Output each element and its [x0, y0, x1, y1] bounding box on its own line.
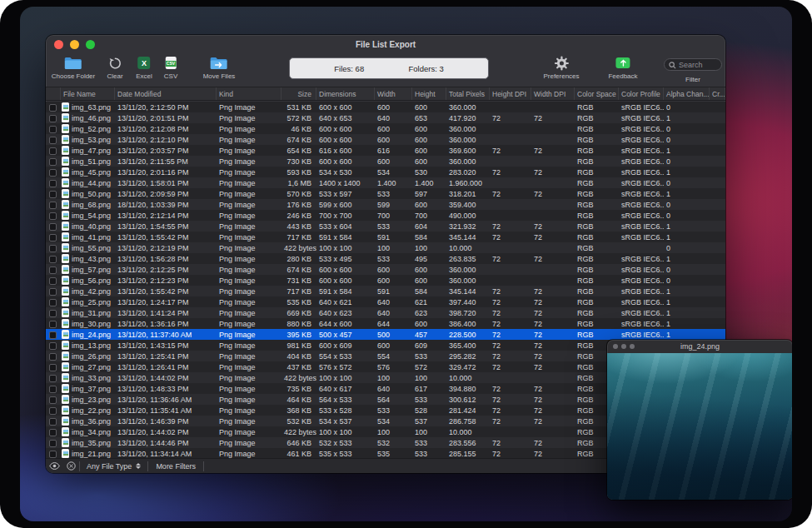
- row-checkbox[interactable]: [49, 331, 57, 339]
- column-header-date-modified[interactable]: Date Modified: [115, 87, 217, 100]
- search-input[interactable]: [679, 61, 717, 69]
- row-checkbox[interactable]: [49, 429, 57, 436]
- row-checkbox[interactable]: [49, 202, 57, 209]
- row-checkbox[interactable]: [49, 299, 57, 306]
- preview-titlebar[interactable]: img_24.png: [607, 340, 792, 353]
- column-header-alpha-chan[interactable]: Alpha Chan...: [664, 87, 710, 100]
- move-files-button[interactable]: Move Files: [203, 55, 236, 80]
- column-header-cr[interactable]: Cr...: [710, 87, 725, 100]
- zoom-button[interactable]: [86, 40, 95, 49]
- preview-minimize-button[interactable]: [621, 344, 626, 349]
- row-checkbox[interactable]: [49, 386, 57, 393]
- clear-button[interactable]: Clear: [107, 55, 122, 80]
- table-row[interactable]: img_55.png13/11/20, 2:12:19 PMPng Image4…: [46, 242, 725, 253]
- column-header-size[interactable]: Size: [281, 87, 316, 100]
- row-checkbox[interactable]: [49, 169, 57, 177]
- column-header-width[interactable]: Width: [375, 87, 412, 100]
- table-row[interactable]: img_30.png13/11/20, 1:36:16 PMPng Image8…: [46, 318, 725, 329]
- row-checkbox[interactable]: [49, 266, 57, 274]
- row-checkbox[interactable]: [49, 191, 57, 198]
- column-header-total-pixels[interactable]: Total Pixels: [446, 87, 490, 100]
- row-checkbox[interactable]: [49, 364, 57, 371]
- cell-total-pixels: 10.000: [446, 244, 490, 252]
- row-checkbox[interactable]: [49, 104, 57, 112]
- table-row[interactable]: img_52.png13/11/20, 2:12:08 PMPng Image4…: [46, 123, 725, 134]
- table-row[interactable]: img_46.png13/11/20, 2:01:51 PMPng Image5…: [46, 112, 725, 123]
- row-checkbox[interactable]: [49, 396, 57, 404]
- cell-alpha: 1: [664, 320, 710, 328]
- row-checkbox[interactable]: [49, 147, 57, 155]
- preview-close-button[interactable]: [613, 344, 618, 349]
- table-row[interactable]: img_44.png13/11/20, 1:58:01 PMPng Image1…: [46, 177, 725, 188]
- table-row[interactable]: img_57.png13/11/20, 2:12:25 PMPng Image6…: [46, 264, 725, 275]
- visibility-toggle-button[interactable]: [46, 459, 62, 473]
- table-row[interactable]: img_41.png13/11/20, 1:55:42 PMPng Image7…: [46, 232, 725, 242]
- table-row[interactable]: img_31.png13/11/20, 1:41:24 PMPng Image6…: [46, 307, 725, 318]
- column-header-dimensions[interactable]: Dimensions: [316, 87, 375, 100]
- file-type-dropdown[interactable]: Any File Type: [80, 459, 147, 473]
- column-header-height[interactable]: Height: [412, 87, 446, 100]
- row-checkbox[interactable]: [49, 418, 57, 426]
- row-checkbox[interactable]: [49, 375, 57, 382]
- row-checkbox[interactable]: [49, 310, 57, 317]
- table-row[interactable]: img_54.png13/11/20, 2:12:14 PMPng Image2…: [46, 210, 725, 221]
- row-checkbox[interactable]: [49, 277, 57, 285]
- column-header-width-dpi[interactable]: Width DPI: [531, 87, 575, 100]
- window-titlebar[interactable]: File List Export: [46, 35, 725, 53]
- preferences-button[interactable]: Preferences: [543, 55, 579, 80]
- table-row[interactable]: img_51.png13/11/20, 2:11:55 PMPng Image7…: [46, 156, 725, 167]
- excel-export-button[interactable]: X Excel: [136, 55, 152, 80]
- table-row[interactable]: img_50.png13/11/20, 2:09:59 PMPng Image5…: [46, 188, 725, 199]
- column-header-kind[interactable]: Kind: [217, 87, 281, 100]
- row-checkbox[interactable]: [49, 321, 57, 328]
- row-checkbox[interactable]: [49, 451, 57, 458]
- row-checkbox[interactable]: [49, 115, 57, 122]
- image-file-icon: [62, 157, 69, 166]
- cell-size: 395 KB: [281, 331, 316, 339]
- row-checkbox[interactable]: [49, 223, 57, 231]
- column-header-height-dpi[interactable]: Height DPI: [490, 87, 531, 100]
- row-checkbox[interactable]: [49, 212, 57, 220]
- cell-color-space: RGB: [575, 179, 619, 187]
- row-checkbox[interactable]: [49, 288, 57, 296]
- cell-checkbox: [46, 146, 61, 154]
- row-checkbox[interactable]: [49, 256, 57, 263]
- more-filters-button[interactable]: More Filters: [148, 459, 203, 473]
- table-row[interactable]: img_68.png18/11/20, 1:03:39 PMPng Image1…: [46, 199, 725, 210]
- row-checkbox[interactable]: [49, 342, 57, 350]
- minimize-button[interactable]: [70, 40, 79, 49]
- table-row[interactable]: img_24.png13/11/20, 11:37:40 AMPng Image…: [46, 329, 725, 340]
- preview-zoom-button[interactable]: [630, 344, 635, 349]
- choose-folder-button[interactable]: Choose Folder: [52, 55, 95, 80]
- row-checkbox[interactable]: [49, 353, 57, 361]
- move-files-icon: [210, 55, 228, 71]
- column-header-checkbox[interactable]: [46, 87, 61, 100]
- feedback-button[interactable]: Feedback: [608, 55, 637, 80]
- csv-export-button[interactable]: CSV CSV: [164, 55, 177, 80]
- row-checkbox[interactable]: [49, 126, 57, 133]
- table-row[interactable]: img_53.png13/11/20, 2:12:10 PMPng Image6…: [46, 134, 725, 145]
- table-row[interactable]: img_40.png13/11/20, 1:54:55 PMPng Image4…: [46, 221, 725, 232]
- cell-color-profile: sRGB IEC6...: [619, 276, 664, 285]
- table-row[interactable]: img_43.png13/11/20, 1:56:28 PMPng Image2…: [46, 253, 725, 264]
- column-header-color-profile[interactable]: Color Profile: [619, 87, 664, 100]
- row-checkbox[interactable]: [49, 440, 57, 447]
- clear-filter-button[interactable]: [62, 459, 79, 473]
- table-row[interactable]: img_45.png13/11/20, 2:01:16 PMPng Image5…: [46, 167, 725, 177]
- close-button[interactable]: [54, 40, 63, 49]
- cell-dimensions: 640 x 621: [316, 298, 375, 306]
- row-checkbox[interactable]: [49, 245, 57, 252]
- column-header-file-name[interactable]: File Name: [61, 87, 115, 100]
- row-checkbox[interactable]: [49, 158, 57, 166]
- table-row[interactable]: img_25.png13/11/20, 1:24:17 PMPng Image5…: [46, 296, 725, 307]
- table-row[interactable]: img_56.png13/11/20, 2:12:23 PMPng Image7…: [46, 275, 725, 286]
- table-row[interactable]: img_47.png13/11/20, 2:03:57 PMPng Image6…: [46, 145, 725, 156]
- search-field[interactable]: [664, 58, 722, 71]
- row-checkbox[interactable]: [49, 234, 57, 242]
- row-checkbox[interactable]: [49, 137, 57, 144]
- row-checkbox[interactable]: [49, 180, 57, 187]
- table-row[interactable]: img_63.png13/11/20, 2:12:50 PMPng Image5…: [46, 102, 725, 112]
- table-row[interactable]: img_42.png13/11/20, 1:55:42 PMPng Image7…: [46, 286, 725, 296]
- column-header-color-space[interactable]: Color Space: [575, 87, 619, 100]
- row-checkbox[interactable]: [49, 407, 57, 415]
